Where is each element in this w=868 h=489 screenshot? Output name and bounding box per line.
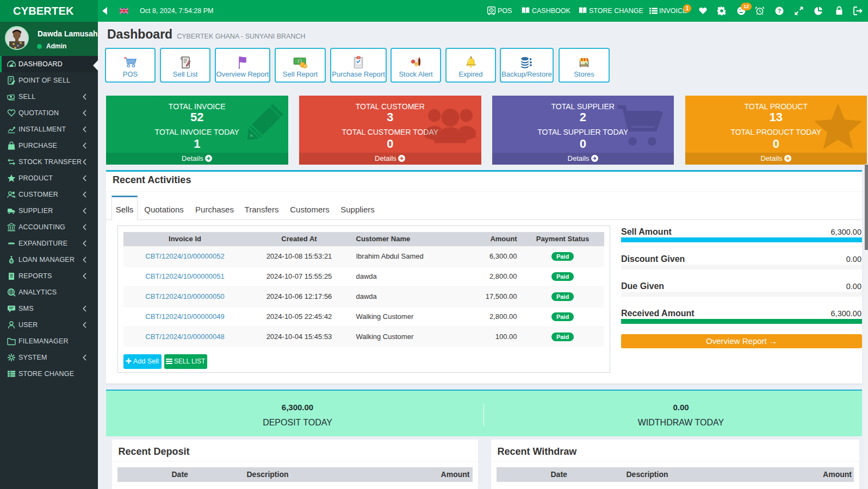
svg-text:$: $ xyxy=(10,259,13,264)
svg-text:?: ? xyxy=(778,8,781,14)
